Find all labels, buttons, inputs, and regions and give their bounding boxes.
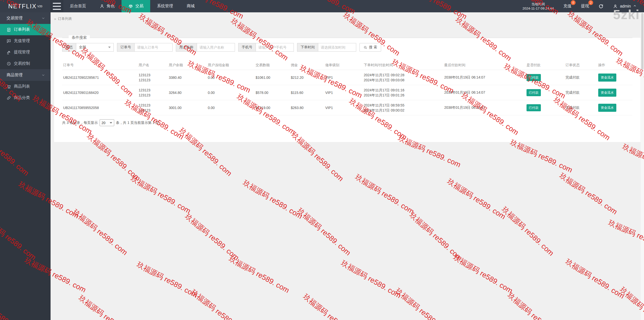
user-icon (100, 4, 104, 9)
cell-last-pay-time: 2038年01月19日 06:14:07 (443, 70, 526, 85)
sidebar-item-label: 交易控制 (14, 61, 30, 66)
nav-menu: 后台首页角色交易系统管理商城 (63, 0, 202, 12)
goods-category-icon (7, 96, 11, 100)
withdraw-menu-item[interactable]: 提现 2 (581, 4, 589, 9)
user-menu[interactable]: admin (613, 4, 636, 9)
cell-paid: 已付款 (526, 100, 565, 115)
cell-order-no: UB2411170902285671 (62, 70, 138, 85)
brand-text: NETFLIX (8, 3, 37, 10)
cell-level: VIP1 (324, 85, 363, 100)
fund-flow-button[interactable]: 资金流水 (598, 104, 616, 112)
phone-input[interactable] (256, 43, 294, 52)
column-header: 做单级别 (324, 61, 363, 70)
page-size-caret-icon (110, 122, 112, 124)
main-content: » 订单列表 条件搜索 状态 全部 订单号 (51, 12, 644, 320)
order-no-label: 订单号 (117, 43, 134, 52)
breadcrumb-chevron-icon: » (54, 17, 56, 21)
column-header: 下单时间/付款时间 (363, 61, 443, 70)
nav-item-2[interactable]: 角色 (93, 0, 122, 12)
orders-table: 订单号用户名用户余额用户冻结金额交易数额佣金做单级别下单时间/付款时间最后付款时… (62, 61, 632, 115)
scrollbar-thumb[interactable] (641, 13, 643, 69)
paid-badge: 已付款 (527, 104, 541, 111)
column-header: 订单号 (62, 61, 138, 70)
user-icon (613, 4, 618, 9)
column-header: 用户名 (138, 61, 168, 70)
search-icon (364, 46, 367, 49)
sidebar-item-label: 充值管理 (14, 38, 30, 44)
nav-item-4[interactable]: 系统管理 (150, 0, 180, 12)
cell-order-pay-time: 2024年11月17日 09:01:162024年11月17日 09:01:26 (363, 85, 443, 100)
username-label: 用户名称 (176, 43, 197, 52)
vertical-scrollbar[interactable] (641, 12, 644, 320)
cell-commission: $212.20 (290, 70, 324, 85)
pagination-suffix: 条，共 1 页当前显示第 1 页。 (116, 121, 163, 125)
column-header: 用户冻结金额 (207, 61, 255, 70)
fund-flow-button[interactable]: 资金流水 (598, 89, 616, 97)
status-group: 状态 全部 (62, 43, 114, 52)
order-time-label: 下单时间 (297, 43, 318, 52)
nav-item-1[interactable]: 后台首页 (63, 0, 93, 12)
order-no-input[interactable] (134, 43, 173, 52)
cell-order-pay-time: 2024年11月17日 09:02:282024年11月17日 09:03:08 (363, 70, 443, 85)
sidebar-item-withdraw[interactable]: 提现管理 (0, 47, 51, 58)
sidebar-group-2[interactable]: 商品管理 (0, 69, 51, 81)
order-time-input[interactable] (318, 43, 356, 52)
cell-status: 完成付款 (565, 100, 597, 115)
sidebar-item-label: 商品分类 (14, 95, 30, 100)
cell-commission: $263.80 (290, 100, 324, 115)
status-select[interactable]: 全部 (76, 43, 114, 52)
select-caret-icon (108, 47, 111, 48)
recharge-menu-item[interactable]: 充值 0 (563, 4, 571, 9)
local-time: 当地时间 2024-11-17 09:24:44 (522, 2, 554, 11)
column-header: 用户余额 (168, 61, 207, 70)
fund-flow-button[interactable]: 资金流水 (598, 74, 616, 82)
order-list-icon (7, 27, 11, 32)
cell-last-pay-time: 2038年01月19日 06:14:07 (443, 100, 526, 115)
nav-item-3[interactable]: 交易 (122, 0, 150, 12)
sidebar-item-goods-category[interactable]: 商品分类 (0, 92, 51, 103)
cell-username: 123123123123 (138, 100, 168, 115)
table-body: UB24111709022856711231231231233380.400.0… (62, 70, 632, 115)
search-fieldset: 条件搜索 (62, 38, 632, 38)
column-header: 是否付款 (526, 61, 565, 70)
sidebar-group-1[interactable]: 交易管理 (0, 12, 51, 24)
cell-last-pay-time: 2038年01月19日 06:14:07 (443, 85, 526, 100)
table-row: UB24111709011684201231231231233264.800.0… (62, 85, 632, 100)
page-size-select[interactable]: 20 (100, 119, 114, 126)
sidebar-item-goods-list[interactable]: 商品列表 (0, 81, 51, 92)
cell-amount: $1061.00 (255, 70, 290, 85)
app-root: NETFLIXV20 后台首页角色交易系统管理商城 当地时间 2024-11-1… (0, 0, 644, 320)
cell-order-pay-time: 2024年11月17日 08:59:552024年11月17日 09:00:02 (363, 100, 443, 115)
cell-username: 123123123123 (138, 70, 168, 85)
username: admin (620, 4, 631, 9)
refresh-button[interactable] (598, 4, 603, 9)
cell-action: 资金流水 (597, 70, 632, 85)
sidebar-item-recharge[interactable]: 充值管理 (0, 35, 51, 47)
nav-item-5[interactable]: 商城 (180, 0, 202, 12)
sidebar-item-order-list[interactable]: 订单列表 (0, 24, 51, 35)
cell-frozen: 0.00 (207, 100, 255, 115)
paid-badge: 已付款 (527, 89, 541, 96)
username-input[interactable] (197, 43, 235, 52)
username-group: 用户名称 (176, 43, 235, 52)
search-button[interactable]: 搜 索 (359, 43, 381, 52)
sidebar: 交易管理订单列表充值管理提现管理交易控制商品管理商品列表商品分类 (0, 12, 51, 320)
sidebar-toggle-button[interactable] (51, 0, 63, 12)
sidebar-item-control[interactable]: 交易控制 (0, 58, 51, 69)
cell-action: 资金流水 (597, 100, 632, 115)
chevron-up-icon (633, 4, 636, 8)
nav-item-label: 商城 (187, 4, 195, 9)
chevron-down-icon (42, 73, 45, 77)
cell-frozen: 0.00 (207, 70, 255, 85)
sidebar-group-label: 交易管理 (7, 16, 23, 21)
refresh-icon (598, 4, 603, 9)
column-header: 订单状态 (565, 61, 597, 70)
cell-action: 资金流水 (597, 85, 632, 100)
control-icon (7, 61, 11, 66)
cell-balance: 3264.80 (168, 85, 207, 100)
page-size-value: 20 (102, 121, 106, 125)
paid-badge: 已付款 (527, 74, 541, 81)
search-form: 状态 全部 订单号 用户名称 手机号 (62, 43, 632, 52)
cell-status: 完成付款 (565, 70, 597, 85)
pagination: 共 3 条记录，每页显示 20 条，共 1 页当前显示第 1 页。 (62, 119, 632, 126)
